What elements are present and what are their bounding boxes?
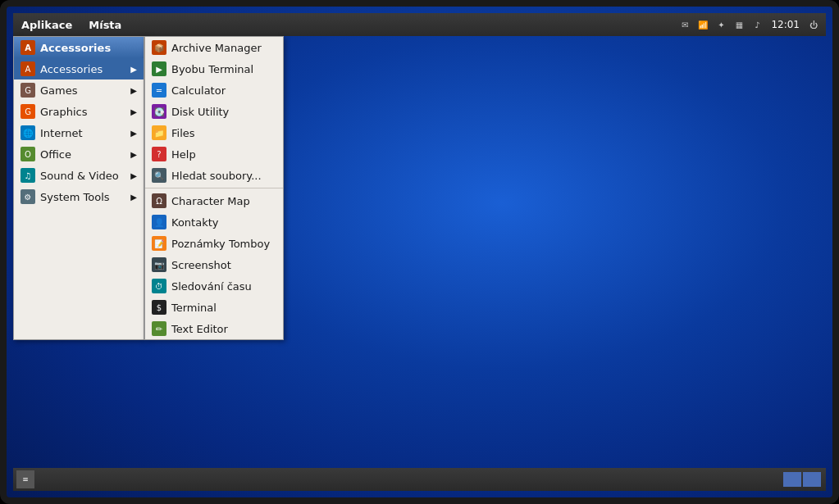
volume-tray-icon[interactable]: ♪ — [750, 17, 764, 32]
bottom-right-icons — [783, 472, 826, 487]
games-label: Games — [40, 84, 77, 97]
bottom-icon-1[interactable] — [783, 472, 801, 487]
menu-item-poznamky-tomboy[interactable]: 📝 Poznámky Tomboy — [145, 233, 283, 254]
disk-utility-icon: 💽 — [152, 104, 166, 119]
calculator-label: Calculator — [171, 84, 226, 97]
graphics-label: Graphics — [40, 106, 87, 118]
menu-item-calculator[interactable]: = Calculator — [145, 79, 283, 101]
hledat-soubory-label: Hledat soubory... — [171, 170, 262, 182]
menu-item-byobu-terminal[interactable]: ▶ Byobu Terminal — [145, 58, 283, 79]
menu-item-help[interactable]: ? Help — [145, 143, 283, 165]
byobu-terminal-label: Byobu Terminal — [171, 63, 253, 75]
internet-arrow: ▶ — [130, 129, 137, 138]
menu-item-character-map[interactable]: Ω Character Map — [145, 190, 283, 211]
menu-title: Accessories — [40, 42, 111, 54]
display-tray-icon[interactable]: ▦ — [732, 17, 746, 32]
internet-icon: 🌐 — [21, 125, 35, 140]
files-label: Files — [171, 127, 195, 139]
sidebar-item-sound-video[interactable]: ♫ Sound & Video ▶ — [14, 165, 144, 186]
games-arrow: ▶ — [130, 86, 137, 95]
character-map-label: Character Map — [171, 195, 250, 207]
archive-manager-icon: 📦 — [152, 40, 166, 55]
disk-utility-label: Disk Utility — [171, 106, 229, 118]
sound-video-label: Sound & Video — [40, 170, 119, 182]
menu-item-sledovani-casu[interactable]: ⏱ Sledování času — [145, 275, 283, 297]
accessories-label: Accessories — [40, 63, 103, 75]
office-label: Office — [40, 148, 71, 161]
graphics-icon: G — [21, 104, 35, 119]
accessories-arrow: ▶ — [130, 65, 137, 74]
graphics-arrow: ▶ — [130, 107, 137, 116]
menu-item-archive-manager[interactable]: 📦 Archive Manager — [145, 37, 283, 58]
character-map-icon: Ω — [152, 193, 166, 208]
menu-container: A Accessories A Accessories ▶ G Games ▶ … — [13, 36, 284, 340]
archive-manager-label: Archive Manager — [171, 42, 262, 54]
office-arrow: ▶ — [130, 150, 137, 159]
top-taskbar: Aplikace Místa ✉ 📶 ✦ ▦ ♪ 12:01 ⏻ — [13, 13, 826, 36]
bottom-taskbar: ≡ — [13, 468, 826, 491]
poznamky-label: Poznámky Tomboy — [171, 238, 270, 250]
terminal-label: Terminal — [171, 302, 217, 314]
desktop: Aplikace Místa ✉ 📶 ✦ ▦ ♪ 12:01 ⏻ A Acces… — [0, 0, 839, 504]
search-icon: 🔍 — [152, 168, 166, 183]
menu-item-disk-utility[interactable]: 💽 Disk Utility — [145, 101, 283, 122]
screenshot-label: Screenshot — [171, 259, 231, 271]
menu-item-screenshot[interactable]: 📷 Screenshot — [145, 254, 283, 275]
taskbar-right: ✉ 📶 ✦ ▦ ♪ 12:01 ⏻ — [677, 17, 826, 32]
internet-label: Internet — [40, 127, 83, 139]
menu-item-kontakty[interactable]: 👤 Kontakty — [145, 211, 283, 233]
files-icon: 📁 — [152, 125, 166, 140]
taskbar-left: Aplikace Místa — [13, 17, 130, 33]
byobu-terminal-icon: ▶ — [152, 61, 166, 76]
calculator-icon: = — [152, 83, 166, 98]
accessories-submenu: 📦 Archive Manager ▶ Byobu Terminal = Cal… — [144, 36, 284, 340]
menu-header: A Accessories — [14, 37, 144, 58]
clock: 12:01 — [768, 19, 803, 30]
menu-separator — [145, 188, 283, 188]
categories-panel: A Accessories A Accessories ▶ G Games ▶ … — [13, 36, 144, 340]
help-label: Help — [171, 148, 196, 161]
sidebar-item-accessories[interactable]: A Accessories ▶ — [14, 58, 144, 79]
menu-item-text-editor[interactable]: ✏ Text Editor — [145, 318, 283, 339]
aplikace-menu-button[interactable]: Aplikace — [13, 17, 80, 33]
menu-item-files[interactable]: 📁 Files — [145, 122, 283, 143]
bluetooth-tray-icon[interactable]: ✦ — [714, 17, 728, 32]
sledovani-label: Sledování času — [171, 280, 252, 293]
menu-item-hledat-soubory[interactable]: 🔍 Hledat soubory... — [145, 165, 283, 186]
system-tools-label: System Tools — [40, 191, 110, 203]
system-tools-arrow: ▶ — [130, 193, 137, 202]
sound-video-icon: ♫ — [21, 168, 35, 183]
games-icon: G — [21, 83, 35, 98]
menu-item-terminal[interactable]: $ Terminal — [145, 297, 283, 318]
email-tray-icon[interactable]: ✉ — [677, 17, 692, 32]
terminal-icon: $ — [152, 300, 166, 315]
header-icon: A — [21, 40, 35, 55]
screenshot-icon: 📷 — [152, 257, 166, 272]
system-tools-icon: ⚙ — [21, 189, 35, 204]
sidebar-item-graphics[interactable]: G Graphics ▶ — [14, 101, 144, 122]
text-editor-label: Text Editor — [171, 323, 228, 335]
bottom-left-button[interactable]: ≡ — [16, 470, 34, 488]
text-editor-icon: ✏ — [152, 321, 166, 336]
sidebar-item-office[interactable]: O Office ▶ — [14, 143, 144, 165]
kontakty-label: Kontakty — [171, 216, 218, 229]
sidebar-item-internet[interactable]: 🌐 Internet ▶ — [14, 122, 144, 143]
kontakty-icon: 👤 — [152, 215, 166, 229]
poznamky-icon: 📝 — [152, 236, 166, 251]
help-icon: ? — [152, 147, 166, 161]
sledovani-icon: ⏱ — [152, 279, 166, 293]
sound-video-arrow: ▶ — [130, 171, 137, 180]
sidebar-item-games[interactable]: G Games ▶ — [14, 79, 144, 101]
bottom-icon-2[interactable] — [803, 472, 821, 487]
sidebar-item-system-tools[interactable]: ⚙ System Tools ▶ — [14, 186, 144, 207]
power-tray-icon[interactable]: ⏻ — [806, 17, 821, 32]
mista-menu-button[interactable]: Místa — [80, 17, 130, 33]
office-icon: O — [21, 147, 35, 161]
accessories-icon: A — [21, 61, 35, 76]
network-tray-icon[interactable]: 📶 — [695, 17, 710, 32]
